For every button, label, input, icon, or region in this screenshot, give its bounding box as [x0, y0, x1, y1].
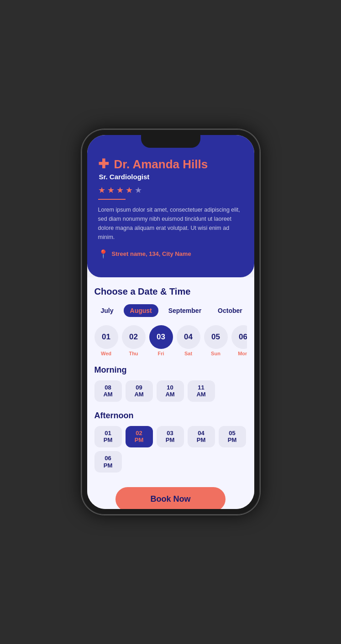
date-circle-06: 06 — [231, 325, 247, 349]
time-06pm[interactable]: 06PM — [94, 451, 122, 473]
day-label-05: Sun — [211, 351, 220, 356]
divider — [98, 199, 126, 200]
address-row: 📍 Street name, 134, City Name — [98, 249, 243, 259]
phone-frame: ✚ Dr. Amanda Hills Sr. Cardiologist ★ ★ … — [82, 130, 260, 514]
time-06pm-text: 06PM — [101, 455, 115, 469]
morning-slots: 08AM 09AM 10AM 11AM — [94, 380, 247, 402]
date-item-01[interactable]: 01 Wed — [94, 325, 118, 356]
time-03pm-text: 03PM — [163, 430, 178, 444]
date-item-02[interactable]: 02 Thu — [122, 325, 146, 356]
date-circle-01: 01 — [94, 325, 118, 349]
medical-cross-icon: ✚ — [98, 158, 109, 171]
time-01pm-text: 01PM — [101, 430, 115, 444]
time-05pm[interactable]: 05PM — [219, 426, 246, 447]
book-now-button[interactable]: Book Now — [115, 487, 226, 509]
star-4: ★ — [126, 185, 133, 195]
morning-title: Morning — [94, 365, 247, 375]
time-04pm[interactable]: 04PM — [188, 426, 215, 447]
doctor-bio: Lorem ipsum dolor sit amet, consectetuer… — [98, 205, 243, 242]
month-october[interactable]: October — [211, 304, 247, 317]
date-circle-03: 03 — [149, 325, 173, 349]
month-july[interactable]: July — [94, 304, 120, 317]
section-title: Choose a Date & Time — [94, 286, 247, 297]
doctor-header: ✚ Dr. Amanda Hills Sr. Cardiologist ★ ★ … — [87, 135, 254, 277]
time-10am[interactable]: 10AM — [157, 380, 184, 402]
content-area: Choose a Date & Time July August Septemb… — [87, 277, 254, 509]
star-2: ★ — [107, 185, 115, 195]
day-label-02: Thu — [129, 351, 138, 356]
month-september[interactable]: September — [162, 304, 208, 317]
date-circle-02: 02 — [122, 325, 146, 349]
doctor-name: Dr. Amanda Hills — [114, 158, 208, 171]
time-08am-text: 08AM — [101, 384, 115, 398]
time-09am[interactable]: 09AM — [126, 380, 153, 402]
date-circle-04: 04 — [177, 325, 200, 349]
address-text: Street name, 134, City Name — [112, 250, 191, 257]
day-label-03: Fri — [157, 351, 164, 356]
date-row: 01 Wed 02 Thu 03 Fri 04 Sat 05 Sun — [94, 325, 247, 356]
stars-row: ★ ★ ★ ★ ★ — [98, 185, 243, 195]
book-btn-container: Book Now — [94, 482, 247, 509]
phone-notch — [141, 135, 200, 148]
doctor-title: Sr. Cardiologist — [99, 173, 243, 181]
date-item-05[interactable]: 05 Sun — [204, 325, 228, 356]
time-11am-text: 11AM — [194, 384, 209, 398]
month-tabs: July August September October November — [94, 304, 247, 317]
month-august[interactable]: August — [124, 304, 158, 317]
date-item-04[interactable]: 04 Sat — [177, 325, 200, 356]
day-label-01: Wed — [101, 351, 111, 356]
time-10am-text: 10AM — [163, 384, 178, 398]
day-label-06: Mon — [238, 351, 247, 356]
time-11am[interactable]: 11AM — [188, 380, 215, 402]
afternoon-title: Afternoon — [94, 411, 247, 421]
time-03pm[interactable]: 03PM — [157, 426, 184, 447]
time-02pm-text: 02PM — [132, 430, 147, 444]
time-01pm[interactable]: 01PM — [94, 426, 122, 447]
date-item-03[interactable]: 03 Fri — [149, 325, 173, 356]
time-04pm-text: 04PM — [194, 430, 209, 444]
location-icon: 📍 — [98, 249, 108, 259]
doctor-name-row: ✚ Dr. Amanda Hills — [98, 158, 243, 171]
star-3: ★ — [116, 185, 124, 195]
time-05pm-text: 05PM — [225, 430, 240, 444]
time-02pm[interactable]: 02PM — [126, 426, 153, 447]
phone-screen: ✚ Dr. Amanda Hills Sr. Cardiologist ★ ★ … — [87, 135, 254, 509]
time-09am-text: 09AM — [132, 384, 147, 398]
star-5: ★ — [135, 185, 142, 195]
date-item-06[interactable]: 06 Mon — [231, 325, 247, 356]
date-circle-05: 05 — [204, 325, 228, 349]
day-label-04: Sat — [184, 351, 192, 356]
afternoon-slots: 01PM 02PM 03PM 04PM 05PM 06PM — [94, 426, 247, 473]
star-1: ★ — [98, 185, 105, 195]
time-08am[interactable]: 08AM — [94, 380, 122, 402]
